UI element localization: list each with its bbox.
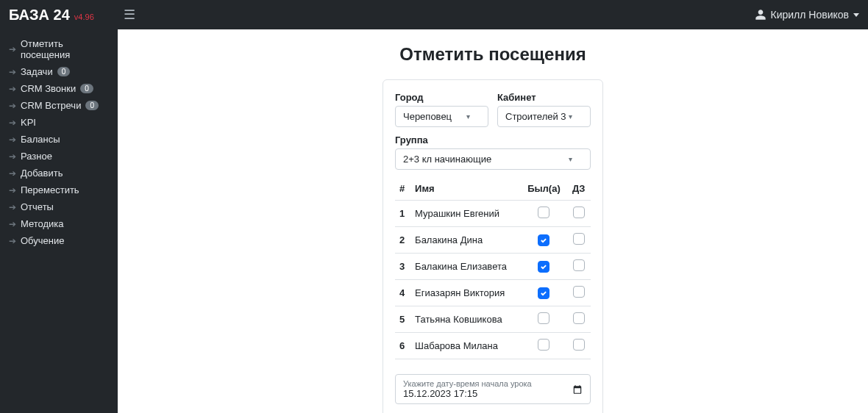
present-checkbox[interactable]: [538, 287, 549, 299]
brand-name: БАЗА 24: [9, 7, 70, 24]
chevron-down-icon: ▾: [569, 155, 572, 163]
arrow-right-icon: ➔: [9, 101, 16, 111]
hamburger-icon[interactable]: ☰: [118, 7, 141, 23]
homework-checkbox[interactable]: [573, 339, 585, 351]
table-row: 4Егиазарян Виктория: [395, 280, 591, 306]
sidebar-item[interactable]: ➔Балансы: [0, 131, 118, 148]
present-checkbox[interactable]: [538, 261, 549, 273]
arrow-right-icon: ➔: [9, 236, 16, 246]
table-row: 2Балакина Дина: [395, 227, 591, 254]
arrow-right-icon: ➔: [9, 134, 16, 145]
sidebar-item-label: KPI: [21, 117, 36, 128]
room-label: Кабинет: [497, 92, 591, 103]
city-value: Череповец: [403, 111, 452, 122]
arrow-right-icon: ➔: [9, 67, 16, 77]
sidebar-item[interactable]: ➔CRM Звонки0: [0, 80, 118, 97]
table-row: 5Татьяна Ковшикова: [395, 306, 591, 333]
row-num: 3: [395, 254, 410, 280]
arrow-right-icon: ➔: [9, 44, 16, 54]
sidebar-item[interactable]: ➔Отчеты: [0, 198, 118, 215]
count-badge: 0: [57, 67, 71, 76]
sidebar-item[interactable]: ➔Задачи0: [0, 63, 118, 80]
col-present: Был(а): [521, 177, 566, 201]
arrow-right-icon: ➔: [9, 202, 16, 212]
user-menu[interactable]: Кирилл Новиков: [755, 9, 859, 21]
col-name: Имя: [410, 177, 521, 201]
chevron-down-icon: [853, 13, 859, 17]
sidebar-item[interactable]: ➔Разное: [0, 148, 118, 165]
sidebar-item-label: Отметить посещения: [21, 38, 109, 60]
room-value: Строителей 3: [505, 111, 566, 122]
row-name: Мурашкин Евгений: [410, 201, 521, 227]
arrow-right-icon: ➔: [9, 84, 16, 94]
sidebar-item-label: Отчеты: [21, 201, 54, 212]
user-name: Кирилл Новиков: [771, 9, 849, 21]
homework-checkbox[interactable]: [573, 286, 585, 298]
datetime-label: Укажите дату-время начала урока: [403, 379, 532, 388]
arrow-right-icon: ➔: [9, 185, 16, 195]
table-row: 6Шабарова Милана: [395, 333, 591, 359]
homework-checkbox[interactable]: [573, 312, 585, 324]
row-name: Балакина Дина: [410, 227, 521, 254]
sidebar-item[interactable]: ➔KPI: [0, 114, 118, 131]
sidebar-item-label: Задачи: [21, 66, 53, 77]
col-num: #: [395, 177, 410, 201]
row-num: 5: [395, 306, 410, 333]
count-badge: 0: [80, 84, 93, 93]
row-num: 2: [395, 227, 410, 254]
datetime-value: 15.12.2023 17:15: [403, 388, 532, 399]
brand-version: v4.96: [74, 12, 94, 21]
homework-checkbox[interactable]: [573, 233, 585, 245]
sidebar-item-label: Разное: [21, 151, 52, 162]
main-content: Отметить посещения Город Череповец ▾ Каб…: [118, 29, 868, 413]
row-name: Балакина Елизавета: [410, 254, 521, 280]
arrow-right-icon: ➔: [9, 118, 16, 128]
chevron-down-icon: ▾: [569, 112, 572, 121]
present-checkbox[interactable]: [538, 312, 549, 324]
attendance-table: # Имя Был(а) ДЗ 1Мурашкин Евгений2Балаки…: [395, 177, 591, 359]
sidebar-item[interactable]: ➔Обучение: [0, 232, 118, 249]
city-select[interactable]: Череповец ▾: [395, 106, 488, 127]
room-select[interactable]: Строителей 3 ▾: [497, 106, 591, 127]
group-label: Группа: [395, 134, 591, 146]
sidebar-item-label: Добавить: [21, 168, 63, 179]
present-checkbox[interactable]: [538, 339, 549, 351]
brand: БАЗА 24 v4.96: [0, 7, 118, 24]
sidebar-item-label: Методика: [21, 218, 64, 229]
calendar-icon: [572, 384, 583, 395]
sidebar-item-label: Балансы: [21, 134, 60, 145]
count-badge: 0: [85, 101, 99, 110]
sidebar-item-label: CRM Звонки: [21, 83, 76, 94]
homework-checkbox[interactable]: [573, 206, 585, 218]
user-icon: [755, 9, 766, 21]
arrow-right-icon: ➔: [9, 219, 16, 229]
sidebar-item-label: Обучение: [21, 235, 64, 246]
arrow-right-icon: ➔: [9, 168, 16, 179]
attendance-card: Город Череповец ▾ Кабинет Строителей 3 ▾: [383, 79, 603, 413]
row-num: 4: [395, 280, 410, 306]
sidebar-item[interactable]: ➔Переместить: [0, 182, 118, 198]
col-homework: ДЗ: [567, 177, 591, 201]
group-select[interactable]: 2+3 кл начинающие ▾: [395, 148, 591, 170]
row-name: Татьяна Ковшикова: [410, 306, 521, 333]
sidebar-item[interactable]: ➔Методика: [0, 215, 118, 232]
datetime-input[interactable]: Укажите дату-время начала урока 15.12.20…: [395, 374, 591, 404]
arrow-right-icon: ➔: [9, 151, 16, 162]
sidebar-item[interactable]: ➔Отметить посещения: [0, 35, 118, 63]
page-title: Отметить посещения: [132, 44, 853, 65]
present-checkbox[interactable]: [538, 234, 549, 246]
group-value: 2+3 кл начинающие: [403, 154, 491, 165]
table-row: 1Мурашкин Евгений: [395, 201, 591, 227]
sidebar: ➔Отметить посещения➔Задачи0➔CRM Звонки0➔…: [0, 29, 118, 413]
present-checkbox[interactable]: [538, 206, 549, 218]
sidebar-item-label: Переместить: [21, 184, 79, 195]
topbar: БАЗА 24 v4.96 ☰ Кирилл Новиков: [0, 0, 868, 29]
sidebar-item[interactable]: ➔CRM Встречи0: [0, 97, 118, 114]
city-label: Город: [395, 92, 488, 103]
row-num: 1: [395, 201, 410, 227]
homework-checkbox[interactable]: [573, 259, 585, 271]
table-row: 3Балакина Елизавета: [395, 254, 591, 280]
sidebar-item[interactable]: ➔Добавить: [0, 165, 118, 182]
row-name: Егиазарян Виктория: [410, 280, 521, 306]
chevron-down-icon: ▾: [466, 112, 470, 121]
